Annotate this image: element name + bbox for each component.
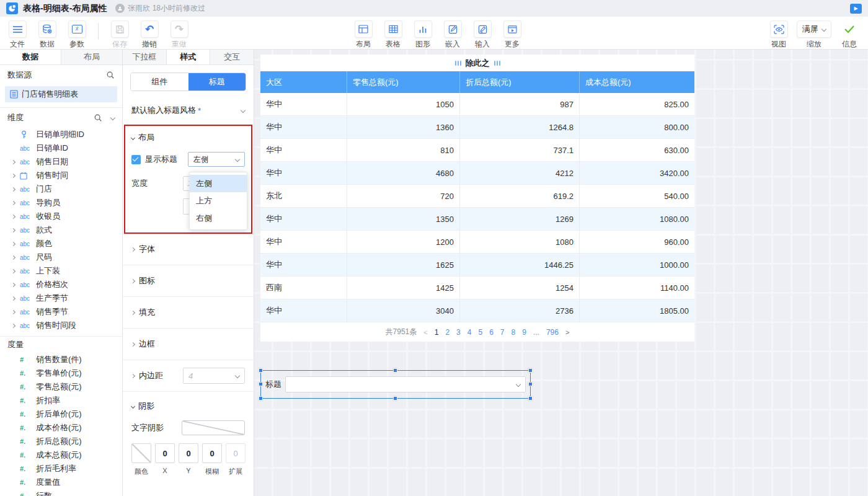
show-title-checkbox[interactable] — [131, 155, 141, 164]
resize-handle[interactable] — [259, 368, 263, 373]
params-button[interactable]: x̄ 参数 — [64, 20, 89, 50]
view-button[interactable]: 视图 — [766, 20, 791, 50]
resize-handle[interactable] — [393, 396, 397, 401]
preview-play-button[interactable]: ▶ — [850, 4, 862, 14]
resize-handle[interactable] — [528, 396, 533, 401]
chart-widget-button[interactable]: 图形 — [410, 20, 435, 50]
dimension-item[interactable]: abc 款式 — [0, 223, 122, 237]
collapse-chevron-icon[interactable] — [110, 115, 115, 120]
dimension-item[interactable]: abc 颜色 — [0, 237, 122, 250]
undo-button[interactable]: ↶ 撤销 — [137, 20, 162, 50]
icon-section[interactable]: 图标 — [123, 265, 254, 297]
measure-item[interactable]: #. 折后毛利率 — [0, 462, 122, 476]
resize-handle[interactable] — [528, 382, 533, 386]
shadow-x-input[interactable]: 0 — [155, 443, 175, 463]
expand-icon[interactable] — [10, 202, 16, 205]
padding-section[interactable]: 内边距 4 — [123, 360, 254, 392]
tab-dropdown[interactable]: 下拉框 — [123, 50, 167, 64]
column-header[interactable]: 零售总额(元) — [347, 71, 460, 93]
measure-item[interactable]: #. 成本总额(元) — [0, 448, 122, 462]
dimension-item[interactable]: abc 日销单ID — [0, 141, 122, 155]
tab-style[interactable]: 样式 — [167, 50, 211, 64]
datasource-item[interactable]: 门店销售明细表 — [5, 86, 117, 102]
resize-handle[interactable] — [259, 396, 263, 401]
data-button[interactable]: 数据 — [35, 20, 60, 50]
expand-icon[interactable] — [10, 174, 16, 177]
expand-icon[interactable] — [10, 256, 16, 259]
dimension-item[interactable]: 销售时间 — [0, 169, 122, 182]
tab-interaction[interactable]: 交互 — [210, 50, 254, 64]
page-number[interactable]: 9 — [522, 328, 526, 337]
detail-table-widget[interactable]: 除此之 大区 零售总额(元) 折后总额(元) 成本总额(元) 华中 1050 9… — [260, 55, 694, 342]
search-icon[interactable] — [94, 113, 102, 122]
option-left[interactable]: 左侧 — [190, 175, 247, 192]
dimension-item[interactable]: abc 销售季节 — [0, 305, 122, 319]
text-shadow-color-swatch[interactable] — [182, 420, 245, 435]
expand-icon[interactable] — [10, 188, 16, 191]
shadow-y-input[interactable]: 0 — [179, 443, 198, 463]
shadow-blur-input[interactable]: 0 — [202, 443, 222, 463]
search-icon[interactable] — [106, 71, 115, 79]
expand-icon[interactable] — [10, 161, 16, 164]
dashboard-canvas[interactable]: 除此之 大区 零售总额(元) 折后总额(元) 成本总额(元) 华中 1050 9… — [254, 50, 868, 496]
tab-data[interactable]: 数据 — [0, 50, 61, 64]
resize-handle[interactable] — [393, 368, 397, 373]
measure-item[interactable]: #. 行数 — [0, 489, 122, 496]
measure-item[interactable]: #. 成本价格(元) — [0, 421, 122, 435]
measure-item[interactable]: # 销售数量(件) — [0, 353, 122, 366]
page-number[interactable]: 4 — [467, 328, 472, 337]
page-number[interactable]: 1 — [435, 328, 439, 337]
font-section[interactable]: 字体 — [123, 234, 254, 265]
expand-icon[interactable] — [10, 215, 16, 218]
layout-widget-button[interactable]: 布局 — [351, 20, 376, 50]
expand-icon[interactable] — [10, 311, 16, 314]
column-header[interactable]: 成本总额(元) — [580, 71, 694, 93]
expand-icon[interactable] — [10, 297, 16, 300]
resize-handle[interactable] — [528, 368, 533, 373]
measure-item[interactable]: #. 折后单价(元) — [0, 407, 122, 421]
dimension-item[interactable]: abc 价格档次 — [0, 278, 122, 291]
segment-component[interactable]: 组件 — [131, 73, 188, 91]
file-button[interactable]: 文件 — [5, 20, 30, 50]
page-number[interactable]: 5 — [478, 328, 482, 337]
page-number[interactable]: 2 — [445, 328, 450, 337]
page-number[interactable]: 3 — [456, 328, 461, 337]
input-widget-button[interactable]: 输入 — [470, 20, 495, 50]
dimension-item[interactable]: abc 生产季节 — [0, 291, 122, 305]
expand-icon[interactable] — [10, 283, 16, 286]
segment-title[interactable]: 标题 — [188, 73, 246, 91]
dimension-item[interactable]: abc 销售日期 — [0, 155, 122, 169]
title-position-select[interactable]: 左侧 — [188, 152, 245, 167]
page-number[interactable]: 6 — [489, 328, 494, 337]
page-number[interactable]: 8 — [512, 328, 516, 337]
border-section[interactable]: 边框 — [123, 329, 254, 360]
zoom-control[interactable]: 满屏 缩放 — [796, 20, 832, 50]
tab-layout[interactable]: 布局 — [61, 50, 122, 64]
measure-item[interactable]: #. 折后总额(元) — [0, 435, 122, 448]
dimension-item[interactable]: abc 导购员 — [0, 196, 122, 210]
column-header[interactable]: 折后总额(元) — [460, 71, 580, 93]
more-widgets-button[interactable]: 更多 — [500, 20, 525, 50]
info-button[interactable]: 信息 — [837, 20, 862, 50]
page-number[interactable]: 7 — [500, 328, 505, 337]
expand-icon[interactable] — [10, 324, 16, 327]
next-page-icon[interactable]: > — [565, 329, 569, 336]
padding-select[interactable]: 4 — [183, 368, 245, 384]
dimension-item[interactable]: abc 上下装 — [0, 264, 122, 278]
dimension-item[interactable]: abc 尺码 — [0, 250, 122, 264]
drag-handle-icon[interactable] — [494, 61, 500, 66]
dimension-item[interactable]: 日销单明细ID — [0, 128, 122, 141]
embed-widget-button[interactable]: 嵌入 — [440, 20, 465, 50]
table-widget-button[interactable]: 表格 — [381, 20, 405, 50]
title-style-header[interactable]: 默认输入标题风格 * — [123, 97, 254, 125]
fill-section[interactable]: 填充 — [123, 297, 254, 329]
measure-item[interactable]: #. 零售总额(元) — [0, 380, 122, 394]
measure-item[interactable]: #. 折扣率 — [0, 394, 122, 407]
expand-icon[interactable] — [10, 270, 16, 273]
dimension-item[interactable]: abc 销售时间段 — [0, 319, 122, 332]
shadow-section-header[interactable]: 阴影 — [131, 401, 245, 412]
layout-section-header[interactable]: 布局 — [131, 132, 245, 143]
widget-dropdown[interactable] — [285, 376, 526, 392]
page-number-last[interactable]: 796 — [546, 328, 559, 337]
selected-input-widget[interactable]: 标题 — [260, 370, 531, 399]
